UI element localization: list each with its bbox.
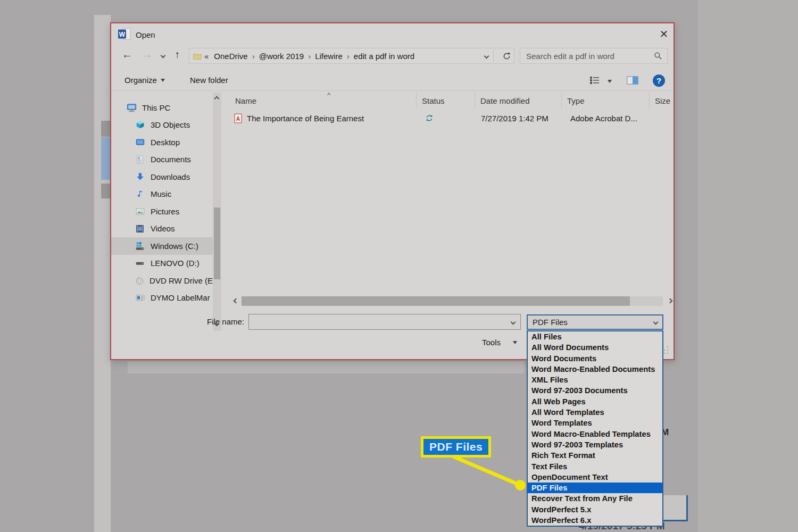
preview-pane-icon[interactable] [627, 76, 638, 85]
background-right-area [698, 0, 798, 532]
pdf-file-icon: A [234, 113, 242, 123]
picture-icon [135, 207, 145, 216]
breadcrumb-item-lifewire[interactable]: Lifewire [315, 52, 343, 61]
refresh-icon[interactable] [502, 52, 511, 61]
up-button[interactable]: ↑ [174, 48, 180, 61]
sidebar-item-videos[interactable]: Videos [111, 220, 213, 238]
search-icon[interactable] [654, 52, 662, 60]
filetype-option-all-files[interactable]: All Files [528, 331, 662, 342]
sidebar-item-documents[interactable]: Documents [111, 151, 213, 169]
sidebar-item-windows-c[interactable]: Windows (C:) [111, 237, 213, 255]
filetype-option-word-macro-enabled-documents[interactable]: Word Macro-Enabled Documents [528, 364, 662, 375]
sidebar-item-this-pc[interactable]: This PC [111, 99, 213, 117]
filetype-option-pdf-files[interactable]: PDF Files [528, 483, 662, 493]
file-type-combobox[interactable]: PDF Files [527, 314, 663, 330]
column-header-row: Name^StatusDate modifiedTypeSize [230, 93, 675, 109]
close-icon[interactable]: ✕ [657, 28, 671, 40]
breadcrumb-item-onedrive[interactable]: OneDrive [214, 52, 247, 61]
help-icon[interactable]: ? [653, 74, 665, 87]
tools-chevron-icon [513, 341, 517, 344]
sidebar-item-lenovo-d[interactable]: LENOVO (D:) [111, 255, 213, 272]
sidebar-item-label: DYMO LabelMar [151, 293, 210, 302]
sidebar-scrollbar[interactable] [213, 93, 221, 331]
background-window-fragment [128, 361, 524, 373]
sidebar-item-label: DVD RW Drive (E [149, 276, 213, 285]
organize-label: Organize [124, 76, 157, 85]
file-type-selected: PDF Files [533, 318, 654, 327]
sidebar-item-3d-objects[interactable]: 3D Objects [111, 117, 213, 134]
scroll-right-icon[interactable] [668, 298, 673, 304]
column-header-size[interactable]: Size [649, 93, 675, 109]
search-input[interactable] [525, 51, 654, 61]
breadcrumb-item-work-2019[interactable]: @work 2019 [259, 52, 304, 61]
scrollbar-thumb[interactable] [214, 207, 220, 279]
filetype-option-rich-text-format[interactable]: Rich Text Format [528, 450, 662, 461]
background-selection-fragment [101, 137, 111, 180]
filetype-option-wordperfect-6-x[interactable]: WordPerfect 6.x [528, 515, 662, 526]
sidebar-item-music[interactable]: Music [111, 186, 213, 203]
filetype-option-text-files[interactable]: Text Files [528, 461, 662, 472]
filetype-option-all-word-documents[interactable]: All Word Documents [528, 342, 662, 353]
breadcrumb-prefix: « [204, 52, 209, 61]
document-icon [135, 155, 145, 164]
sidebar-item-dvd-rw-drive-e[interactable]: DVD RW Drive (E [111, 272, 213, 289]
file-name-combobox[interactable] [248, 314, 521, 330]
open-dialog: W Open ✕ ← → ↑ «OneDrive›@work 2019›Life… [110, 22, 675, 360]
address-bar[interactable]: «OneDrive›@work 2019›Lifewire›edit a pdf… [189, 48, 514, 64]
column-header-name[interactable]: Name^ [230, 93, 416, 109]
column-header-date-modified[interactable]: Date modified [475, 93, 561, 109]
filetype-option-word-macro-enabled-templates[interactable]: Word Macro-Enabled Templates [528, 429, 662, 439]
tools-label: Tools [482, 338, 501, 347]
file-date: 7/27/2019 1:42 PM [475, 110, 561, 126]
view-options-chevron-icon[interactable] [608, 80, 612, 83]
filetype-option-wordperfect-5-x[interactable]: WordPerfect 5.x [528, 504, 662, 515]
filetype-option-xml-files[interactable]: XML Files [528, 375, 662, 385]
file-name-input[interactable] [249, 317, 511, 327]
table-row[interactable]: A The Importance of Being Earnest 7/27/2… [230, 110, 675, 126]
toolbar-separator [111, 90, 674, 91]
address-dropdown-chevron-icon[interactable] [484, 53, 489, 59]
sidebar-item-dymo-labelmar[interactable]: DYMO LabelMar [111, 289, 213, 307]
callout-label: PDF Files [421, 436, 491, 458]
file-name-label: File name: [190, 317, 244, 326]
organize-button[interactable]: Organize [124, 76, 165, 85]
file-type-dropdown: All FilesAll Word DocumentsWord Document… [527, 330, 663, 527]
search-box[interactable] [520, 48, 668, 64]
scrollbar-thumb[interactable] [242, 296, 630, 306]
drive-icon [135, 259, 145, 268]
scrollbar-track[interactable] [242, 296, 663, 306]
scroll-left-icon[interactable] [234, 298, 239, 304]
horizontal-scrollbar[interactable] [230, 294, 675, 308]
word-logo-icon: W [118, 28, 131, 40]
sidebar-item-desktop[interactable]: Desktop [111, 134, 213, 151]
filetype-option-word-templates[interactable]: Word Templates [528, 418, 662, 428]
filetype-option-word-97-2003-templates[interactable]: Word 97-2003 Templates [528, 439, 662, 450]
file-name: The Importance of Being Earnest [247, 114, 364, 123]
sort-ascending-icon: ^ [327, 91, 330, 99]
details-view-icon[interactable] [589, 76, 600, 85]
tools-button[interactable]: Tools [482, 338, 517, 347]
file-name-chevron-icon[interactable] [511, 319, 516, 325]
back-button[interactable]: ← [122, 48, 132, 61]
sidebar-item-label: Windows (C:) [151, 242, 198, 251]
filetype-option-all-word-templates[interactable]: All Word Templates [528, 407, 662, 418]
this-pc-icon [126, 103, 137, 113]
filetype-option-word-documents[interactable]: Word Documents [528, 353, 662, 364]
column-header-status[interactable]: Status [416, 93, 475, 109]
chevron-down-icon [161, 79, 165, 82]
chevron-right-icon: › [347, 52, 350, 61]
recent-locations-chevron-icon[interactable] [161, 53, 166, 59]
svg-text:W: W [119, 31, 126, 38]
filetype-option-opendocument-text[interactable]: OpenDocument Text [528, 472, 662, 483]
background-window-strip [94, 15, 111, 532]
scroll-up-icon[interactable] [214, 96, 220, 102]
breadcrumb-item-edit-a-pdf-in-word[interactable]: edit a pdf in word [354, 52, 414, 61]
sidebar-item-label: This PC [142, 103, 170, 112]
filetype-option-recover-text-from-any-file[interactable]: Recover Text from Any File [528, 493, 662, 504]
filetype-option-all-web-pages[interactable]: All Web Pages [528, 396, 662, 407]
sidebar-item-downloads[interactable]: Downloads [111, 168, 213, 186]
new-folder-button[interactable]: New folder [190, 76, 228, 85]
filetype-option-word-97-2003-documents[interactable]: Word 97-2003 Documents [528, 385, 662, 396]
column-header-type[interactable]: Type [561, 93, 649, 109]
sidebar-item-pictures[interactable]: Pictures [111, 203, 213, 220]
